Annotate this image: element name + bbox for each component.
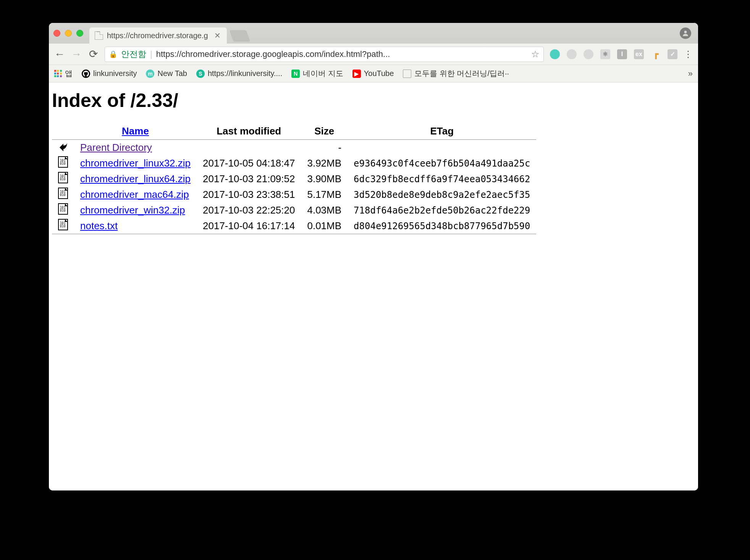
tab-strip: https://chromedriver.storage.g ✕ — [49, 23, 698, 44]
naver-icon: N — [291, 70, 300, 78]
file-size: 4.03MB — [301, 202, 348, 218]
back-arrow-icon — [58, 141, 68, 152]
file-etag: e936493c0f4ceeb7f6b504a491daa25c — [348, 155, 536, 171]
profile-avatar-button[interactable] — [680, 28, 691, 39]
col-header-etag: ETag — [348, 123, 536, 139]
file-etag: 6dc329fb8ecdff6a9f74eea053434662 — [348, 171, 536, 187]
table-row: 101010 chromedriver_linux64.zip 2017-10-… — [52, 171, 536, 187]
svg-text:010: 010 — [60, 162, 66, 165]
person-icon — [682, 29, 689, 37]
parent-directory-link[interactable]: Parent Directory — [80, 142, 152, 153]
extension-icon[interactable]: ⚛ — [600, 49, 610, 59]
new-tab-button[interactable] — [230, 30, 251, 42]
svg-text:010: 010 — [60, 209, 66, 212]
apps-label: 앱 — [65, 68, 73, 79]
bookmarks-overflow-button[interactable]: » — [688, 69, 693, 79]
file-size: 0.01MB — [301, 218, 348, 234]
window-controls — [53, 30, 83, 37]
nav-toolbar: ← → ⟳ 🔒 안전함 | https://chromedriver.stora… — [49, 44, 698, 65]
bookmark-item[interactable]: 모두를 위한 머신러닝/딥러·· — [403, 68, 509, 79]
table-row: 101010 chromedriver_win32.zip 2017-10-03… — [52, 202, 536, 218]
sort-by-name-link[interactable]: Name — [122, 125, 149, 137]
newtab-icon: m — [146, 70, 154, 78]
close-tab-button[interactable]: ✕ — [214, 31, 221, 40]
extension-icons: ⚛ I ex ┏ ✓ — [550, 49, 677, 59]
tab-title: https://chromedriver.storage.g — [107, 31, 208, 40]
bookmark-item[interactable]: S https://linkuniversity.... — [196, 69, 282, 78]
bookmarks-bar: 앱 linkuniversity m New Tab S https://lin… — [49, 65, 698, 83]
apps-grid-icon — [54, 70, 62, 78]
github-icon — [82, 70, 90, 78]
file-etag: d804e91269565d348bcb877965d7b590 — [348, 218, 536, 234]
extension-icon[interactable]: ┏ — [651, 49, 661, 59]
file-size: 3.92MB — [301, 155, 348, 171]
zoom-window-button[interactable] — [76, 30, 83, 37]
binary-file-icon: 101010 — [58, 219, 68, 230]
page-favicon-icon — [95, 31, 103, 40]
browser-window: https://chromedriver.storage.g ✕ ← → ⟳ 🔒… — [49, 23, 698, 490]
address-bar[interactable]: 🔒 안전함 | https://chromedriver.storage.goo… — [105, 47, 544, 62]
bookmark-item[interactable]: m New Tab — [146, 69, 187, 78]
extension-icon[interactable]: I — [617, 49, 627, 59]
file-link[interactable]: notes.txt — [80, 220, 118, 231]
binary-file-icon: 101010 — [58, 188, 68, 199]
col-header-size: Size — [301, 123, 348, 139]
file-link[interactable]: chromedriver_win32.zip — [80, 204, 185, 216]
bookmark-item[interactable]: linkuniversity — [82, 69, 137, 78]
file-modified: 2017-10-03 22:25:20 — [197, 202, 301, 218]
file-size: 3.90MB — [301, 171, 348, 187]
close-window-button[interactable] — [53, 30, 60, 37]
file-listing-table: Name Last modified Size ETag Parent Dire… — [52, 123, 536, 234]
file-link[interactable]: chromedriver_linux64.zip — [80, 173, 191, 185]
file-link[interactable]: chromedriver_linux32.zip — [80, 157, 191, 169]
url-text: https://chromedriver.storage.googleapis.… — [156, 49, 527, 59]
col-header-modified: Last modified — [197, 123, 301, 139]
bookmark-item[interactable]: N 네이버 지도 — [291, 68, 343, 79]
extension-icon[interactable]: ✓ — [668, 49, 677, 59]
extension-icon[interactable] — [550, 49, 560, 59]
lock-icon: 🔒 — [109, 50, 117, 58]
apps-button[interactable]: 앱 — [54, 68, 73, 79]
page-title: Index of /2.33/ — [52, 89, 695, 112]
svg-point-0 — [684, 31, 687, 33]
parent-size: - — [301, 140, 348, 155]
file-modified: 2017-10-03 23:38:51 — [197, 187, 301, 202]
back-button[interactable]: ← — [54, 48, 65, 60]
parent-directory-row: Parent Directory - — [52, 140, 536, 155]
table-row: 101010 chromedriver_mac64.zip 2017-10-03… — [52, 187, 536, 202]
svg-text:010: 010 — [60, 193, 66, 197]
youtube-icon: ▶ — [352, 70, 361, 78]
chrome-menu-button[interactable]: ⋮ — [684, 49, 693, 60]
binary-file-icon: 101010 — [58, 156, 68, 168]
file-size: 5.17MB — [301, 187, 348, 202]
table-header-row: Name Last modified Size ETag — [52, 123, 536, 139]
extension-icon[interactable]: ex — [634, 49, 644, 59]
svg-text:010: 010 — [60, 225, 66, 228]
file-modified: 2017-10-05 04:18:47 — [197, 155, 301, 171]
file-etag: 718df64a6e2b2efde50b26ac22fde229 — [348, 202, 536, 218]
table-row: 101010 chromedriver_linux32.zip 2017-10-… — [52, 155, 536, 171]
table-row: 101010 notes.txt 2017-10-04 16:17:14 0.0… — [52, 218, 536, 234]
binary-file-icon: 101010 — [58, 172, 68, 183]
file-link[interactable]: chromedriver_mac64.zip — [80, 189, 189, 200]
site-icon: S — [196, 70, 205, 78]
security-label: 안전함 — [121, 49, 146, 60]
active-tab[interactable]: https://chromedriver.storage.g ✕ — [89, 28, 227, 44]
page-content: Index of /2.33/ Name Last modified Size … — [49, 83, 698, 490]
minimize-window-button[interactable] — [65, 30, 72, 37]
file-modified: 2017-10-04 16:17:14 — [197, 218, 301, 234]
extension-icon[interactable] — [567, 49, 577, 59]
file-modified: 2017-10-03 21:09:52 — [197, 171, 301, 187]
reload-button[interactable]: ⟳ — [88, 48, 99, 60]
file-etag: 3d520b8ede8e9deb8c9a2efe2aec5f35 — [348, 187, 536, 202]
bookmark-item[interactable]: ▶ YouTube — [352, 69, 394, 78]
extension-icon[interactable] — [584, 49, 593, 59]
forward-button[interactable]: → — [71, 48, 82, 60]
bookmark-star-button[interactable]: ☆ — [531, 49, 540, 60]
page-icon — [403, 70, 411, 78]
binary-file-icon: 101010 — [58, 203, 68, 215]
svg-text:010: 010 — [60, 178, 66, 181]
